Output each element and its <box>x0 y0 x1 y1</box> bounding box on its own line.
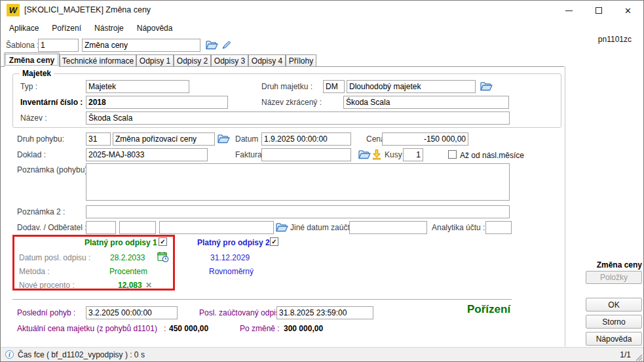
menu-porizeni[interactable]: Pořízení <box>45 22 88 35</box>
last-movement-label: Poslední pohyb : <box>17 308 75 317</box>
date-input[interactable] <box>261 132 351 146</box>
items-button: Položky <box>586 271 642 284</box>
short-name-input[interactable] <box>343 96 509 109</box>
current-price-value: 450 000,00 <box>169 324 208 333</box>
depreciation2-date-value: 31.12.2029 <box>210 253 250 262</box>
asset-kind-label: Druh majetku : <box>261 82 313 91</box>
tab-prilohy[interactable]: Přílohy <box>286 54 316 66</box>
template-label: Šablona : <box>6 41 39 50</box>
movement-kind-code-input[interactable] <box>86 132 111 146</box>
ok-button[interactable]: OK <box>586 298 642 312</box>
tab-label: Odpisy 2 <box>177 56 208 66</box>
maximize-button[interactable] <box>584 1 613 20</box>
open-folder-icon[interactable] <box>358 149 371 160</box>
page-indicator: 1/1 <box>609 350 631 359</box>
open-folder-icon[interactable] <box>275 222 288 233</box>
account-analytics-label: Analytika účtu : <box>432 223 485 232</box>
close-button[interactable]: ✕ <box>613 1 643 20</box>
tab-label: Přílohy <box>289 56 313 66</box>
partner-label: Dodav. / Odběratel : <box>17 223 87 232</box>
cancel-button[interactable]: Storno <box>586 315 642 329</box>
app-window: W [SKOLICI_MAJETEK] Změna ceny ✕ Aplikac… <box>0 0 644 362</box>
account-analytics-input[interactable] <box>485 221 512 234</box>
form-code: pn1101zc <box>565 35 632 44</box>
current-price-label: Aktuální cena majetku (z pohybů d1101) <box>17 324 157 333</box>
tab-technicke-informace[interactable]: Technické informace <box>60 54 136 66</box>
minimize-icon <box>565 10 573 11</box>
content-right-divider <box>565 66 565 346</box>
app-logo-icon: W <box>7 4 20 16</box>
tab-label: Odpisy 3 <box>214 56 245 66</box>
movement-kind-name-input[interactable] <box>113 132 215 146</box>
asset-kind-name-input[interactable] <box>347 80 476 93</box>
price-input[interactable] <box>382 132 468 146</box>
next-month-checkbox[interactable] <box>448 150 457 159</box>
note-textarea[interactable] <box>86 163 510 201</box>
tab-label: Technické informace <box>62 56 134 66</box>
title-bar: W [SKOLICI_MAJETEK] Změna ceny ✕ <box>1 1 643 20</box>
sidebar-panel-title: Změna ceny <box>565 260 642 270</box>
maximize-icon <box>596 7 602 14</box>
status-text: Pořízení <box>467 303 510 316</box>
tab-zmena-ceny[interactable]: Změna ceny <box>4 52 60 67</box>
close-icon: ✕ <box>624 7 632 15</box>
other-posting-date-input[interactable] <box>349 221 427 234</box>
open-folder-icon[interactable] <box>217 133 230 144</box>
other-posting-date-label: Jiné datum zaúčt. : <box>290 223 356 232</box>
inventory-number-input[interactable] <box>86 96 228 109</box>
last-movement-input[interactable] <box>86 306 178 319</box>
last-posted-depr-input[interactable] <box>276 306 373 319</box>
document-label: Doklad : <box>17 150 46 159</box>
template-number-input[interactable] <box>38 39 79 52</box>
tab-odpisy-2[interactable]: Odpisy 2 <box>174 54 211 66</box>
note2-label: Poznámka 2 : <box>17 207 65 216</box>
short-name-label: Název zkrácený : <box>261 98 322 107</box>
template-name-input[interactable] <box>82 39 200 52</box>
help-button[interactable]: Nápověda <box>586 332 642 346</box>
after-change-value: 300 000,00 <box>284 324 323 333</box>
date-label: Datum : <box>235 134 263 144</box>
tab-label: Odpisy 1 <box>140 56 170 66</box>
edit-pencil-icon[interactable] <box>221 40 232 50</box>
note2-input[interactable] <box>86 205 510 218</box>
menu-bar: Aplikace Pořízení Nástroje Nápověda <box>1 20 643 35</box>
minimize-button[interactable] <box>554 1 584 20</box>
type-input[interactable] <box>86 80 189 93</box>
menu-aplikace[interactable]: Aplikace <box>3 22 45 35</box>
inventory-number-label: Inventární číslo : <box>20 98 83 107</box>
partner-name-input[interactable] <box>159 221 274 234</box>
tab-baseline <box>1 66 564 67</box>
next-month-label: Až od násl.měsíce <box>460 151 524 160</box>
status-message: Čas fce ( bf_d1102_vypodpisy ) : 0 s <box>18 350 145 359</box>
invoice-input[interactable] <box>261 148 351 161</box>
type-label: Typ : <box>20 82 37 91</box>
depreciation2-method-value: Rovnoměrný <box>209 267 254 276</box>
asset-group-legend: Majetek <box>20 69 54 78</box>
resize-grip-icon[interactable] <box>635 354 643 361</box>
depreciation2-header: Platný pro odpisy 2 <box>197 238 270 247</box>
last-posted-depr-label: Posl. zaúčtovaný odpis : <box>199 308 284 317</box>
tab-label: Odpisy 4 <box>252 56 282 66</box>
tab-odpisy-4[interactable]: Odpisy 4 <box>248 54 286 66</box>
summary-divider <box>12 299 512 300</box>
tab-odpisy-1[interactable]: Odpisy 1 <box>136 54 174 66</box>
name-label: Název : <box>20 113 47 123</box>
open-folder-icon[interactable] <box>480 81 493 92</box>
menu-napoveda[interactable]: Nápověda <box>130 22 180 35</box>
depreciation2-checkbox[interactable]: ✓ <box>270 237 278 246</box>
current-price-colon: : <box>164 324 166 333</box>
partner-code2-input[interactable] <box>119 221 156 234</box>
after-change-label: Po změně : <box>240 324 280 333</box>
partner-code1-input[interactable] <box>86 221 116 234</box>
highlight-red-box <box>12 235 175 291</box>
note-label: Poznámka (pohybu) : <box>17 165 92 174</box>
open-folder-icon[interactable] <box>205 39 218 50</box>
menu-nastroje[interactable]: Nástroje <box>88 22 130 35</box>
asset-kind-code-input[interactable] <box>323 80 345 93</box>
document-input[interactable] <box>86 148 208 161</box>
name-input[interactable] <box>86 111 510 125</box>
pieces-input[interactable] <box>403 148 423 161</box>
download-arrow-icon[interactable] <box>371 149 382 160</box>
tab-odpisy-3[interactable]: Odpisy 3 <box>211 54 248 66</box>
info-icon: i <box>5 350 14 359</box>
